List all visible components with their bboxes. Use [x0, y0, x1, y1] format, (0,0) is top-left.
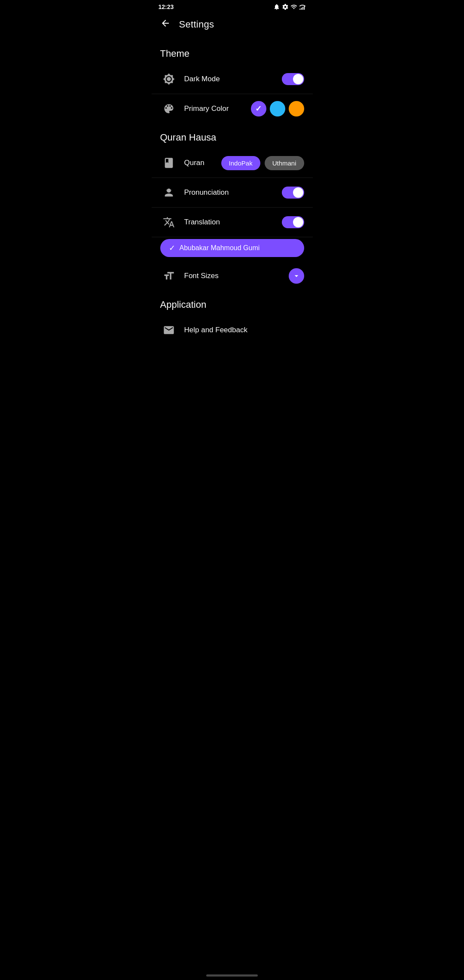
- bottom-nav-bar: [206, 974, 258, 977]
- person-voice-icon: [163, 187, 175, 199]
- color-swatches: ✓: [251, 101, 304, 116]
- quran-style-item[interactable]: Quran IndoPak Uthmani: [152, 148, 313, 178]
- dark-mode-toggle[interactable]: [282, 73, 304, 85]
- indopak-button[interactable]: IndoPak: [221, 156, 260, 170]
- pronunciation-item[interactable]: Pronunciation: [152, 178, 313, 208]
- pronunciation-icon: [160, 184, 177, 201]
- translation-icon: [160, 214, 177, 231]
- primary-color-label: Primary Color: [184, 104, 251, 113]
- translation-item[interactable]: Translation: [152, 208, 313, 237]
- format-size-icon: [163, 270, 175, 282]
- dark-mode-item[interactable]: Dark Mode: [152, 64, 313, 94]
- primary-color-item[interactable]: Primary Color ✓: [152, 94, 313, 123]
- quran-section-header: Quran Hausa: [152, 123, 313, 148]
- translate-icon: [163, 216, 175, 228]
- pronunciation-toggle[interactable]: [282, 187, 304, 199]
- theme-section-header: Theme: [152, 40, 313, 64]
- status-bar: 12:23: [152, 0, 313, 12]
- chevron-down-icon: [292, 272, 301, 280]
- notification-icon: [273, 3, 280, 10]
- application-section: Application Help and Feedback: [152, 291, 313, 345]
- font-sizes-icon: [160, 267, 177, 285]
- back-arrow-icon: [160, 18, 171, 28]
- help-feedback-label: Help and Feedback: [184, 326, 304, 334]
- quran-icon: [160, 154, 177, 172]
- color-selected-check: ✓: [255, 105, 262, 113]
- status-icons: [273, 3, 306, 10]
- font-sizes-label: Font Sizes: [184, 272, 289, 280]
- primary-color-icon: [160, 100, 177, 117]
- header: Settings: [152, 12, 313, 40]
- email-icon: [163, 324, 175, 336]
- help-feedback-icon: [160, 322, 177, 339]
- translation-selector[interactable]: ✓ Abubakar Mahmoud Gumi: [160, 239, 304, 257]
- quran-style-label: Quran: [184, 159, 221, 167]
- status-time: 12:23: [159, 3, 174, 10]
- translation-label: Translation: [184, 218, 282, 227]
- page-title: Settings: [179, 19, 214, 30]
- svg-rect-2: [302, 7, 303, 10]
- translation-name: Abubakar Mahmoud Gumi: [180, 244, 260, 252]
- pronunciation-toggle-thumb: [293, 187, 303, 198]
- font-sizes-dropdown-button[interactable]: [289, 268, 304, 284]
- book-icon: [163, 157, 175, 169]
- wifi-icon: [290, 3, 297, 10]
- translation-check-icon: ✓: [169, 243, 175, 253]
- palette-icon: [163, 103, 175, 115]
- back-button[interactable]: [159, 16, 172, 33]
- color-swatch-purple[interactable]: ✓: [251, 101, 266, 116]
- quran-section: Quran Hausa Quran IndoPak Uthmani Pronun…: [152, 123, 313, 291]
- quran-style-buttons: IndoPak Uthmani: [221, 156, 304, 170]
- signal-icon: [299, 3, 306, 10]
- help-feedback-item[interactable]: Help and Feedback: [152, 315, 313, 345]
- svg-rect-1: [301, 8, 302, 10]
- font-sizes-item[interactable]: Font Sizes: [152, 261, 313, 291]
- svg-rect-0: [299, 9, 300, 10]
- settings-status-icon: [282, 3, 289, 10]
- dark-mode-toggle-thumb: [293, 74, 303, 84]
- color-swatch-orange[interactable]: [289, 101, 304, 116]
- pronunciation-label: Pronunciation: [184, 188, 282, 197]
- dark-mode-label: Dark Mode: [184, 75, 282, 83]
- translation-toggle[interactable]: [282, 216, 304, 228]
- translation-toggle-thumb: [293, 217, 303, 227]
- moon-icon: [163, 73, 175, 85]
- dark-mode-icon: [160, 70, 177, 88]
- svg-rect-3: [304, 6, 305, 10]
- color-swatch-blue[interactable]: [270, 101, 285, 116]
- theme-section: Theme Dark Mode Primary Color ✓: [152, 40, 313, 123]
- uthmani-button[interactable]: Uthmani: [265, 156, 304, 170]
- application-section-header: Application: [152, 291, 313, 315]
